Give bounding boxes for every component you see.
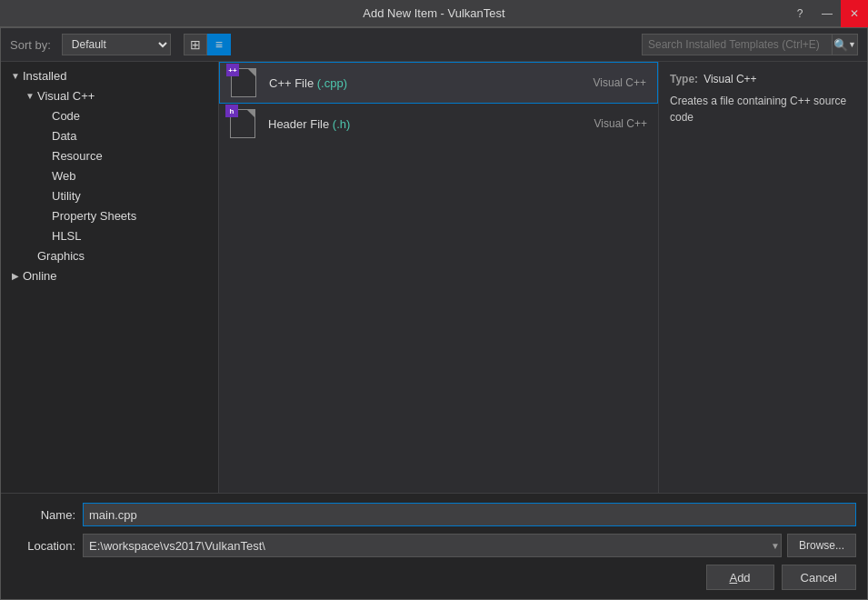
minimize-button[interactable]: — — [813, 0, 841, 27]
sort-select[interactable]: Default Name Type — [62, 34, 171, 55]
name-row: Name: — [12, 503, 856, 526]
type-value: Visual C++ — [703, 73, 756, 85]
sidebar-item-resource[interactable]: Resource — [1, 145, 218, 165]
property-sheets-label: Property Sheets — [52, 209, 136, 223]
tree-panel: Installed Visual C++ Code Data Resource — [1, 62, 219, 493]
close-button[interactable]: ✕ — [841, 0, 868, 27]
sidebar-item-graphics[interactable]: Graphics — [1, 245, 218, 265]
browse-button[interactable]: Browse... — [787, 534, 856, 557]
toolbar: Sort by: Default Name Type ⊞ ≡ 🔍 ▼ — [1, 28, 867, 62]
cancel-button[interactable]: Cancel — [782, 565, 856, 590]
sort-label: Sort by: — [10, 38, 51, 52]
help-button[interactable]: ? — [786, 0, 813, 27]
sidebar-item-visual-cpp[interactable]: Visual C++ — [1, 85, 218, 105]
search-icon: 🔍 — [833, 38, 848, 52]
data-label: Data — [52, 129, 76, 143]
add-button-text: dd — [737, 571, 750, 585]
dialog: Sort by: Default Name Type ⊞ ≡ 🔍 ▼ Insta… — [0, 27, 868, 600]
info-description: Creates a file containing C++ source cod… — [670, 93, 856, 125]
cpp-file-ext: (.cpp) — [317, 76, 347, 90]
cpp-file-name: C++ File (.cpp) — [269, 76, 564, 90]
arrow-visual-cpp — [23, 88, 37, 103]
search-icon-button[interactable]: 🔍 ▼ — [833, 34, 858, 55]
sidebar-item-data[interactable]: Data — [1, 125, 218, 145]
list-item[interactable]: h Header File (.h) Visual C++ — [219, 104, 658, 145]
cpp-badge: ++ — [226, 64, 239, 76]
dialog-title: Add New Item - VulkanTest — [363, 6, 504, 20]
items-panel: ++ C++ File (.cpp) Visual C++ h Header F… — [219, 62, 658, 493]
sidebar-item-installed[interactable]: Installed — [1, 65, 218, 85]
name-input[interactable] — [83, 503, 856, 526]
visual-cpp-label: Visual C++ — [37, 89, 95, 103]
action-row: Add Cancel — [12, 565, 856, 590]
arrow-online — [8, 268, 23, 283]
grid-view-button[interactable]: ⊞ — [184, 34, 207, 55]
title-bar: Add New Item - VulkanTest ? — ✕ — [0, 0, 868, 27]
type-label: Type: — [670, 73, 698, 85]
web-label: Web — [52, 169, 76, 183]
code-label: Code — [52, 109, 80, 123]
sidebar-item-utility[interactable]: Utility — [1, 185, 218, 205]
installed-label: Installed — [23, 69, 66, 83]
list-item[interactable]: ++ C++ File (.cpp) Visual C++ — [219, 62, 658, 104]
sidebar-item-property-sheets[interactable]: Property Sheets — [1, 205, 218, 225]
cpp-file-category: Visual C++ — [574, 76, 646, 89]
add-button[interactable]: Add — [706, 565, 774, 590]
sidebar-item-online[interactable]: Online — [1, 265, 218, 285]
cpp-file-icon-container: ++ — [231, 68, 260, 97]
cpp-file-icon: ++ — [231, 68, 256, 97]
header-file-name: Header File (.h) — [268, 117, 565, 131]
location-row: Location: ▼ Browse... — [12, 534, 856, 557]
search-dropdown-icon: ▼ — [848, 40, 856, 49]
header-file-ext: (.h) — [333, 117, 351, 131]
search-input[interactable] — [642, 34, 833, 55]
search-box: 🔍 ▼ — [642, 34, 858, 55]
graphics-label: Graphics — [37, 249, 85, 263]
h-badge: h — [225, 105, 238, 117]
add-button-label: A — [729, 571, 737, 585]
name-field-label: Name: — [12, 508, 75, 522]
header-file-icon-container: h — [230, 109, 259, 138]
header-file-category: Visual C++ — [574, 117, 647, 130]
view-buttons: ⊞ ≡ — [184, 34, 231, 55]
sidebar-item-code[interactable]: Code — [1, 105, 218, 125]
resource-label: Resource — [52, 149, 103, 163]
sidebar-item-web[interactable]: Web — [1, 165, 218, 185]
utility-label: Utility — [52, 189, 81, 203]
body: Installed Visual C++ Code Data Resource — [1, 62, 867, 493]
title-bar-controls: ? — ✕ — [813, 0, 868, 27]
hlsl-label: HLSL — [52, 229, 82, 243]
location-field-label: Location: — [12, 539, 75, 553]
info-type-row: Type: Visual C++ — [670, 73, 856, 85]
arrow-installed — [8, 68, 23, 83]
bottom-form: Name: Location: ▼ Browse... Add Cancel — [1, 493, 867, 599]
list-view-button[interactable]: ≡ — [207, 34, 231, 55]
online-label: Online — [23, 269, 57, 283]
header-file-icon: h — [230, 109, 255, 138]
sidebar-item-hlsl[interactable]: HLSL — [1, 225, 218, 245]
info-panel: Type: Visual C++ Creates a file containi… — [658, 62, 867, 493]
location-input[interactable] — [83, 534, 782, 557]
